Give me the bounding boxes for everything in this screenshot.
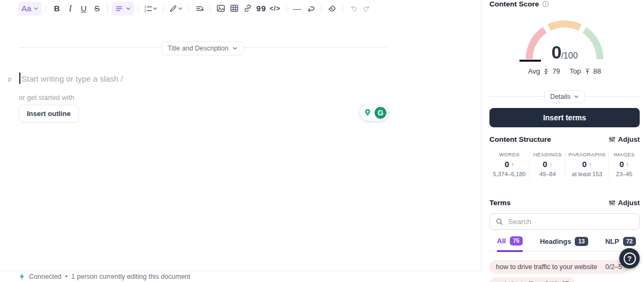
blockquote-icon: 99 xyxy=(257,4,267,13)
stat-words: WORDS 0↑ 5,374–6,180 xyxy=(489,150,529,179)
bold-label: B xyxy=(54,4,60,12)
structure-adjust-button[interactable]: Adjust xyxy=(609,135,640,143)
ordered-list-icon: 12 xyxy=(144,4,152,13)
avg-value: 79 xyxy=(552,67,560,75)
connected-bolt-icon xyxy=(19,273,25,280)
terms-header: Terms Adjust xyxy=(489,199,640,207)
stat-range: 5,374–6,180 xyxy=(489,171,529,177)
pen-style-button[interactable] xyxy=(167,2,185,16)
chevron-down-icon xyxy=(33,6,39,11)
details-button[interactable]: Details xyxy=(544,90,585,103)
avg-benchmark: Avg 79 xyxy=(528,67,560,75)
terms-search-input[interactable] xyxy=(508,218,634,226)
redo-button[interactable] xyxy=(360,2,374,16)
info-icon[interactable] xyxy=(542,1,549,8)
content-score-title: Content Score xyxy=(489,0,539,8)
strikethrough-button[interactable]: S xyxy=(90,2,104,16)
question-mark-icon: ? xyxy=(624,252,636,265)
up-arrow-icon: ↑ xyxy=(626,161,629,168)
title-description-button[interactable]: Title and Description xyxy=(161,41,244,55)
stat-value: 0 xyxy=(543,160,547,169)
term-row: how to drive traffic to your website 0/2… xyxy=(489,260,640,274)
avg-icon xyxy=(543,68,550,75)
horizontal-rule-icon: — xyxy=(293,4,301,13)
insert-link-button[interactable] xyxy=(241,2,254,16)
clear-formatting-button[interactable] xyxy=(325,2,339,16)
undo-button[interactable] xyxy=(347,2,360,16)
stat-label: IMAGES xyxy=(609,151,640,157)
tab-all-badge: 75 xyxy=(510,236,523,245)
section-divider: Title and Description xyxy=(19,47,386,48)
bold-button[interactable]: B xyxy=(50,2,63,16)
top-benchmark: Top 88 xyxy=(570,67,601,75)
status-separator: • xyxy=(65,273,67,280)
terms-adjust-button[interactable]: Adjust xyxy=(609,199,640,207)
toolbar-divider xyxy=(210,4,210,13)
svg-text:1: 1 xyxy=(144,5,147,9)
tab-headings[interactable]: Headings 13 xyxy=(540,236,588,251)
term-row: website traffic 0/16–27 xyxy=(489,277,640,282)
terms-search-box[interactable] xyxy=(489,213,640,230)
help-button[interactable]: ? xyxy=(619,248,640,269)
pen-icon xyxy=(169,4,178,13)
italic-button[interactable]: I xyxy=(63,2,77,16)
title-description-label: Title and Description xyxy=(167,45,228,52)
toolbar-divider xyxy=(107,4,108,13)
hard-break-button[interactable] xyxy=(304,2,317,16)
content-score-header: Content Score xyxy=(489,0,640,8)
tab-headings-badge: 13 xyxy=(575,237,588,246)
toolbar-divider xyxy=(163,4,164,13)
stat-label: WORDS xyxy=(489,151,529,157)
code-block-button[interactable]: </> xyxy=(268,2,282,16)
insert-image-button[interactable] xyxy=(214,2,228,16)
toolbar-divider xyxy=(286,4,287,13)
return-arrow-icon xyxy=(306,4,315,13)
indent-button[interactable] xyxy=(193,2,206,16)
details-divider: Details xyxy=(489,96,640,97)
font-style-button[interactable]: Aa xyxy=(18,2,42,16)
editor-placeholder[interactable]: Start writing or type a slash / xyxy=(21,74,123,83)
content-structure-title: Content Structure xyxy=(489,135,551,143)
adjust-label: Adjust xyxy=(618,199,640,207)
term-chip[interactable]: website traffic 0/16–27 xyxy=(489,277,575,282)
align-button[interactable] xyxy=(112,2,134,16)
stat-label: PARAGRAPHS xyxy=(566,151,608,157)
term-chip[interactable]: how to drive traffic to your website 0/2… xyxy=(489,260,628,274)
tab-all-label: All xyxy=(497,237,506,245)
toolbar-divider xyxy=(342,4,343,13)
insert-terms-button[interactable]: Insert terms xyxy=(489,108,640,127)
up-arrow-icon: ↑ xyxy=(550,161,553,168)
stat-range: at least 153 xyxy=(566,171,608,177)
score-readout: 0/100 xyxy=(489,42,640,63)
terms-list: how to drive traffic to your website 0/2… xyxy=(489,260,640,282)
stat-value: 0 xyxy=(582,160,587,169)
strikethrough-label: S xyxy=(94,4,100,12)
insert-outline-button[interactable]: Insert outline xyxy=(19,105,79,122)
horizontal-rule-button[interactable]: — xyxy=(290,2,304,16)
term-text: how to drive traffic to your website xyxy=(496,263,597,271)
insert-table-button[interactable] xyxy=(228,2,241,16)
link-icon xyxy=(243,4,252,13)
connected-label: Connected xyxy=(29,273,61,280)
tab-headings-label: Headings xyxy=(540,237,572,245)
ordered-list-button[interactable]: 12 xyxy=(142,2,159,16)
paragraph-block-marker: p xyxy=(8,76,11,82)
stat-label: HEADINGS xyxy=(530,151,565,157)
sliders-icon xyxy=(609,199,616,206)
blockquote-button[interactable]: 99 xyxy=(254,2,268,16)
editing-status-label: 1 person currently editing this document xyxy=(71,273,191,280)
tab-all[interactable]: All 75 xyxy=(497,236,523,252)
align-left-icon xyxy=(115,4,123,13)
score-value: 0 xyxy=(551,42,561,62)
indent-icon xyxy=(195,4,204,13)
content-structure-header: Content Structure Adjust xyxy=(489,135,640,143)
terms-tabs: All 75 Headings 13 NLP 72 xyxy=(489,236,640,251)
grammarly-widget[interactable]: G xyxy=(360,105,389,121)
toolbar-divider xyxy=(46,4,46,13)
chevron-down-icon xyxy=(152,6,158,11)
font-style-label: Aa xyxy=(21,4,31,13)
underline-button[interactable]: U xyxy=(77,2,90,16)
redo-icon xyxy=(362,4,371,13)
underline-label: U xyxy=(80,4,86,12)
grammarly-logo-icon: G xyxy=(375,107,386,119)
